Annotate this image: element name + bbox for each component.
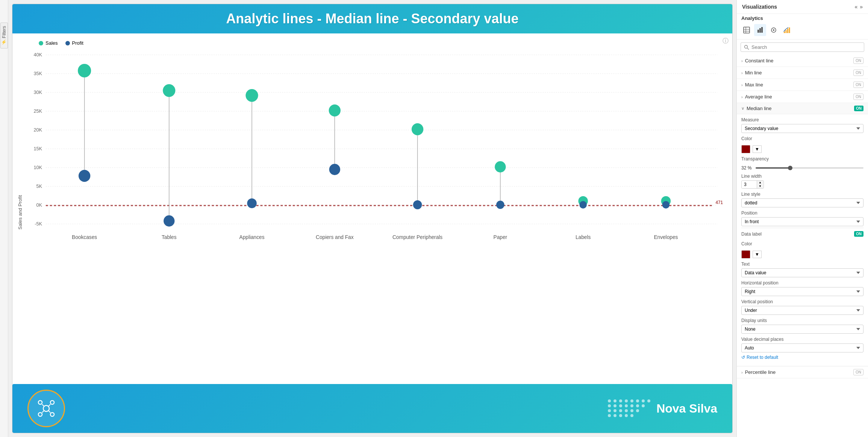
- measure-label: Measure: [741, 117, 863, 122]
- max-line-row[interactable]: › Max line ON: [737, 79, 868, 91]
- search-icon: [744, 45, 749, 50]
- dot-copiers-profit: [329, 164, 340, 175]
- svg-text:15K: 15K: [33, 146, 42, 151]
- color-label: Color: [741, 136, 863, 141]
- svg-rect-59: [757, 30, 759, 33]
- svg-point-48: [630, 409, 633, 412]
- color2-swatch[interactable]: [741, 250, 750, 259]
- text-field: Text Data value Custom text: [741, 262, 863, 277]
- svg-point-38: [614, 404, 617, 407]
- analytics-chart-icon-btn[interactable]: [754, 24, 766, 36]
- vertical-pos-select[interactable]: Under Above: [741, 306, 863, 315]
- constant-line-row[interactable]: › Constant line ON: [737, 55, 868, 67]
- measure-field: Measure Secondary value: [741, 117, 863, 133]
- min-line-toggle[interactable]: ON: [853, 70, 863, 76]
- dot-labels-profit: [579, 201, 587, 209]
- max-line-toggle[interactable]: ON: [853, 82, 863, 88]
- dot-tables-sales: [163, 84, 175, 97]
- dot-paper-sales: [495, 161, 506, 172]
- horizontal-pos-select[interactable]: Right Left Center: [741, 287, 863, 296]
- svg-text:30K: 30K: [33, 89, 42, 95]
- constant-line-toggle[interactable]: ON: [853, 57, 863, 64]
- svg-point-24: [50, 413, 54, 416]
- svg-text:20K: 20K: [33, 127, 42, 133]
- average-line-toggle[interactable]: ON: [853, 94, 863, 100]
- slider-fill: [756, 167, 790, 169]
- svg-point-32: [625, 399, 628, 402]
- chart-title: Analytic lines - Median line - Secondary…: [24, 11, 721, 27]
- decimal-places-select[interactable]: Auto 0 1 2: [741, 343, 863, 352]
- svg-point-34: [636, 399, 639, 402]
- median-line-value: 471: [716, 200, 723, 205]
- svg-point-35: [642, 399, 645, 402]
- right-panel: Visualizations « » Analytics: [736, 0, 868, 437]
- legend-profit-label: Profit: [72, 40, 83, 46]
- panel-collapse-right[interactable]: »: [860, 4, 863, 10]
- dot-compperipherals-profit: [413, 200, 422, 209]
- svg-point-41: [630, 404, 633, 407]
- decimal-places-field: Value decimal places Auto 0 1 2: [741, 337, 863, 352]
- svg-point-49: [636, 409, 639, 412]
- y-axis-group: 40K 35K 30K 25K 20K 15K 10: [33, 52, 717, 227]
- svg-point-54: [630, 414, 633, 417]
- slider-thumb: [788, 166, 792, 170]
- filters-tab[interactable]: ⚡ Filters: [0, 23, 8, 48]
- svg-text:35K: 35K: [33, 71, 42, 76]
- data-label-row: Data label ON: [741, 230, 863, 238]
- reset-default-link[interactable]: ↺ Reset to default: [741, 352, 863, 362]
- min-line-row[interactable]: › Min line ON: [737, 67, 868, 79]
- position-select[interactable]: In front Behind: [741, 217, 863, 226]
- chart-info-icon[interactable]: ⓘ: [723, 37, 729, 45]
- svg-line-28: [48, 410, 50, 413]
- text-select[interactable]: Data value Custom text: [741, 268, 863, 277]
- data-label-toggle[interactable]: ON: [854, 231, 863, 237]
- transparency-slider[interactable]: [756, 167, 863, 169]
- svg-point-33: [630, 399, 633, 402]
- chart-body: Sales Profit ⓘ Sales and Profit: [12, 33, 732, 381]
- chart-icon: [757, 27, 763, 33]
- percentile-line-toggle[interactable]: ON: [853, 369, 863, 375]
- median-line-row[interactable]: ∨ Median line ON: [737, 103, 868, 114]
- analytics-format-icon-btn[interactable]: [768, 24, 780, 36]
- svg-text:25K: 25K: [33, 108, 42, 114]
- color2-row: ▼: [741, 250, 863, 259]
- dot-appliances-profit: [247, 198, 256, 208]
- svg-point-71: [745, 45, 748, 48]
- svg-rect-65: [786, 30, 787, 33]
- average-line-row[interactable]: › Average line ON: [737, 91, 868, 103]
- svg-point-52: [619, 414, 622, 417]
- line-style-select[interactable]: dotted solid dashed: [741, 198, 863, 207]
- svg-point-36: [647, 399, 650, 402]
- svg-point-45: [614, 409, 617, 412]
- horizontal-pos-label: Horizontal position: [741, 280, 863, 286]
- analytics-table-icon-btn[interactable]: [741, 24, 753, 36]
- panel-collapse-left[interactable]: «: [854, 4, 857, 10]
- median-line-toggle[interactable]: ON: [854, 106, 863, 111]
- position-label: Position: [741, 210, 863, 216]
- color-swatch[interactable]: [741, 145, 750, 153]
- svg-rect-55: [744, 27, 750, 33]
- svg-rect-61: [761, 27, 763, 33]
- svg-line-70: [787, 27, 789, 29]
- search-input[interactable]: [751, 44, 861, 50]
- transparency-field: Transparency 32 %: [741, 156, 863, 171]
- data-label-label: Data label: [741, 231, 762, 237]
- display-units-select[interactable]: None Thousands Millions: [741, 325, 863, 334]
- search-box[interactable]: [741, 42, 864, 52]
- spinner-down[interactable]: ▼: [757, 184, 763, 188]
- color2-dropdown-btn[interactable]: ▼: [753, 251, 762, 258]
- display-units-label: Display units: [741, 318, 863, 323]
- nova-silva-dots: [606, 397, 651, 420]
- label-paper: Paper: [494, 234, 507, 240]
- color-dropdown-btn[interactable]: ▼: [753, 145, 762, 153]
- percentile-line-row[interactable]: › Percentile line ON: [737, 366, 868, 378]
- legend-sales-label: Sales: [45, 40, 58, 46]
- transparency-value: 32 %: [741, 165, 753, 171]
- dot-copiers-sales: [329, 104, 341, 116]
- analytics-extra-icon-btn[interactable]: [781, 24, 793, 36]
- analytics-label: Analytics: [737, 14, 868, 21]
- line-width-input[interactable]: [742, 181, 757, 188]
- svg-line-26: [48, 404, 50, 407]
- spinner-up[interactable]: ▲: [757, 181, 763, 184]
- measure-select[interactable]: Secondary value: [741, 124, 863, 133]
